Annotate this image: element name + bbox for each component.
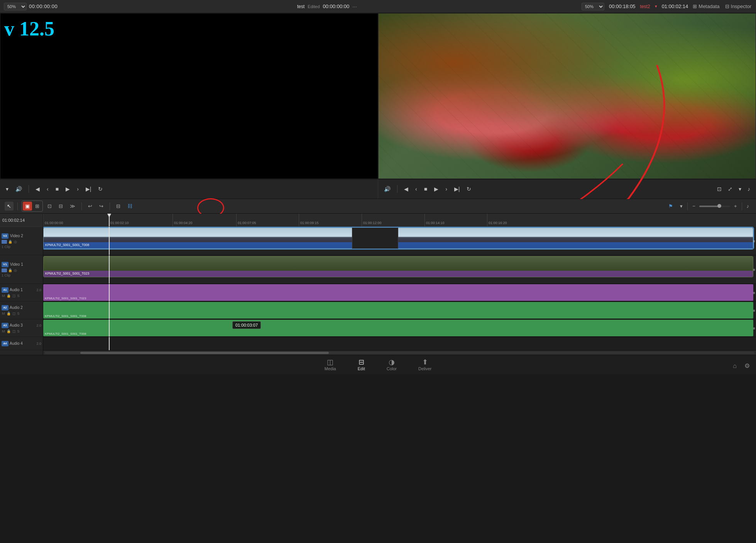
- a3-expand-btn[interactable]: ≡: [753, 326, 755, 330]
- bin-dropdown-icon[interactable]: ▾: [655, 4, 657, 9]
- v1-solo-btn[interactable]: ◎: [14, 268, 17, 273]
- a3-clip[interactable]: KPMULTI2_S001_S001_T008: [43, 320, 753, 336]
- select-tool-btn[interactable]: ↖: [5, 202, 14, 211]
- sep4: [687, 202, 688, 210]
- v2-name: Video 2: [10, 234, 23, 238]
- ruler-mark-2: 01:00:04:20: [173, 214, 193, 226]
- v2-solo-btn[interactable]: ◎: [14, 239, 17, 244]
- zoom-in-btn[interactable]: +: [732, 202, 739, 211]
- play-btn[interactable]: ▶: [64, 185, 72, 193]
- a3-lock-btn[interactable]: 🔒: [6, 329, 11, 334]
- zoom-select-left[interactable]: 50%100%25%: [4, 3, 27, 10]
- track-lane-v1[interactable]: KPMULTI2_S001_S001_T023 ≡: [43, 255, 756, 284]
- edit-icon: ⊟: [359, 359, 364, 366]
- a2-clip-icon: ◫: [12, 311, 16, 316]
- top-bar-center: test Edited 00:00:00:00 ···: [77, 3, 577, 10]
- scroll-track[interactable]: [45, 352, 754, 354]
- bin-name[interactable]: test2: [640, 4, 650, 9]
- color-label: Color: [387, 366, 397, 371]
- fullscreen-btn[interactable]: ⤢: [726, 185, 734, 193]
- nav-item-media[interactable]: ◫ Media: [314, 356, 347, 373]
- a1-solo-btn[interactable]: S: [17, 293, 20, 298]
- prog-prev-btn[interactable]: ◀: [402, 185, 410, 193]
- a1-mute-btn[interactable]: M: [2, 293, 5, 298]
- a1-expand-btn[interactable]: ≡: [753, 290, 755, 295]
- program-viewer[interactable]: [378, 13, 756, 179]
- link-btn[interactable]: ⛓: [125, 202, 135, 211]
- bottom-nav: ◫ Media ⊟ Edit ◑ Color ⬆ Deliver ⌂ ⚙: [0, 355, 756, 374]
- insert-btn[interactable]: ⊞: [33, 202, 42, 211]
- subtitle-btn[interactable]: ⊡: [715, 185, 724, 193]
- tool-sep2: [81, 202, 82, 210]
- track-lane-a4[interactable]: [43, 337, 756, 350]
- append-btn[interactable]: ≫: [68, 202, 78, 211]
- next-clip-btn[interactable]: ▶|: [84, 185, 93, 193]
- nav-item-deliver[interactable]: ⬆ Deliver: [408, 356, 442, 373]
- prog-step-back[interactable]: ‹: [413, 185, 419, 193]
- undo-btn[interactable]: ↩: [86, 202, 95, 211]
- a3-mute-btn[interactable]: M: [2, 329, 5, 334]
- home-btn[interactable]: ⌂: [733, 363, 737, 369]
- a2-lock-btn[interactable]: 🔒: [6, 311, 11, 316]
- prog-next-btn[interactable]: ▶|: [452, 185, 462, 193]
- prev-clip-btn[interactable]: ◀: [34, 185, 42, 193]
- prog-settings-btn[interactable]: ▾: [737, 185, 743, 193]
- zoom-slider[interactable]: [699, 206, 730, 207]
- music-btn[interactable]: ♪: [746, 185, 752, 193]
- stop-btn[interactable]: ■: [54, 185, 61, 193]
- loop-btn[interactable]: ↻: [96, 185, 105, 193]
- settings-btn[interactable]: ⚙: [744, 362, 750, 369]
- video-frame: [379, 13, 756, 179]
- v1-expand-btn[interactable]: ≡: [753, 267, 755, 272]
- nav-item-edit[interactable]: ⊟ Edit: [347, 356, 376, 373]
- v2-expand-btn[interactable]: ≡: [753, 239, 755, 243]
- nav-item-color[interactable]: ◑ Color: [376, 356, 408, 373]
- scroll-thumb[interactable]: [80, 352, 329, 354]
- step-back-btn[interactable]: ‹: [45, 185, 51, 193]
- track-header-a2: A2 Audio 2 M 🔒 ◫ S: [0, 302, 43, 319]
- v1-lock-btn[interactable]: 🔒: [8, 268, 13, 273]
- prog-stop-btn[interactable]: ■: [422, 185, 429, 193]
- overwrite-btn[interactable]: ▣: [23, 202, 32, 211]
- zoom-out-btn[interactable]: −: [690, 202, 698, 211]
- track-lane-v2[interactable]: KPMULTI2_S001_S001_T008 ≡: [43, 227, 756, 255]
- snap-btn[interactable]: ⊟: [114, 202, 123, 211]
- annotation-text: v 12.5: [4, 17, 54, 40]
- track-lane-a3[interactable]: KPMULTI2_S001_S001_T008 01:00:03:07 ≡: [43, 319, 756, 337]
- v2-lock-btn[interactable]: 🔒: [8, 239, 13, 244]
- a2-clip-label: KPMULTI2_S001_S001_T008: [45, 314, 752, 318]
- zoom-select-right[interactable]: 50%100%25%: [582, 3, 604, 10]
- playhead-ruler: [109, 214, 110, 226]
- flag-btn[interactable]: ⚑: [666, 202, 675, 211]
- replace-btn[interactable]: ⊡: [45, 202, 54, 211]
- flag-dropdown[interactable]: ▾: [678, 202, 685, 211]
- place-on-top-btn[interactable]: ⊟: [56, 202, 65, 211]
- a2-clip[interactable]: KPMULTI2_S001_S001_T008: [43, 302, 753, 319]
- v2-clip[interactable]: KPMULTI2_S001_S001_T008: [43, 228, 753, 249]
- prog-play-btn[interactable]: ▶: [432, 185, 440, 193]
- v1-clip[interactable]: KPMULTI2_S001_S001_T023: [43, 256, 753, 277]
- track-headers: 01:00:02:14 V2 Video 2 🔒 ◎ 1 Clip: [0, 214, 43, 355]
- a2-solo-btn[interactable]: S: [17, 311, 20, 316]
- prog-step-fwd[interactable]: ›: [443, 185, 449, 193]
- v2-black-segment[interactable]: [352, 228, 398, 249]
- timeline-scrollbar[interactable]: [43, 350, 756, 355]
- a3-solo-btn[interactable]: S: [17, 329, 20, 334]
- prog-vol-btn[interactable]: 🔊: [382, 185, 392, 193]
- source-vol-btn[interactable]: 🔊: [14, 185, 24, 193]
- a2-expand-btn[interactable]: ≡: [753, 308, 755, 312]
- audio-note-btn[interactable]: ♪: [744, 202, 752, 211]
- source-viewer[interactable]: v 12.5: [0, 13, 378, 179]
- a1-clip[interactable]: KPMULTI2_S001_S001_T023: [43, 284, 753, 301]
- redo-btn[interactable]: ↪: [97, 202, 106, 211]
- inspector-btn[interactable]: ⊟ Inspector: [725, 3, 751, 9]
- more-options-btn[interactable]: ···: [352, 3, 357, 10]
- step-fwd-btn[interactable]: ›: [75, 185, 81, 193]
- metadata-btn[interactable]: ⊞ Metadata: [693, 3, 719, 9]
- a2-mute-btn[interactable]: M: [2, 311, 5, 316]
- track-lane-a2[interactable]: KPMULTI2_S001_S001_T008 ≡: [43, 302, 756, 319]
- source-settings-btn[interactable]: ▾: [4, 185, 10, 193]
- a1-lock-btn[interactable]: 🔒: [6, 293, 11, 298]
- track-lane-a1[interactable]: KPMULTI2_S001_S001_T023 ≡: [43, 284, 756, 302]
- prog-loop-btn[interactable]: ↻: [465, 185, 473, 193]
